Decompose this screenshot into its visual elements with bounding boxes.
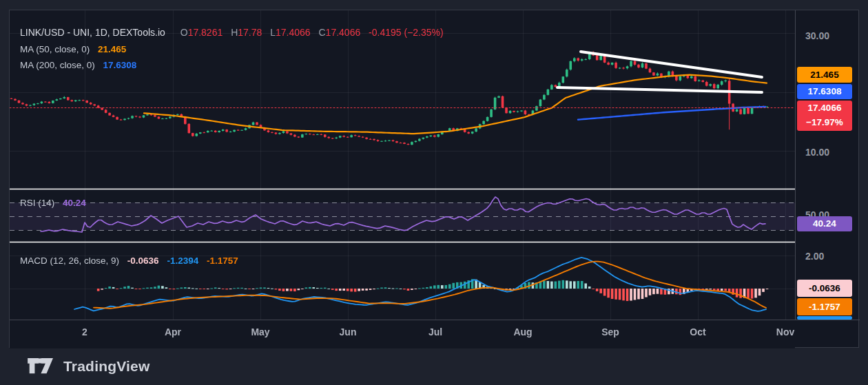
change-value: -0.4195 (−2.35%)	[369, 27, 444, 38]
chart-container: LINK/USD - UNI, 1D, DEXTools.io O17.8261…	[9, 10, 859, 348]
time-axis-label: Jun	[340, 326, 357, 337]
price-scale[interactable]: 30.00 10.00 50.00 2.00 21.465 17.6308 17…	[795, 10, 860, 320]
macd-line-value: -1.2394	[167, 256, 198, 266]
time-axis-label: Oct	[690, 326, 705, 337]
brand-name[interactable]: TradingView	[63, 358, 150, 375]
macd-legend[interactable]: MACD (12, 26, close, 9) -0.0636 -1.2394 …	[20, 256, 238, 266]
macd-signal-badge: -1.1757	[797, 298, 852, 315]
last-price-value: 17.4066	[797, 101, 852, 115]
rsi-legend[interactable]: RSI (14) 40.24	[20, 198, 86, 208]
open-label: O	[180, 27, 188, 38]
symbol-legend[interactable]: LINK/USD - UNI, 1D, DEXTools.io O17.8261…	[20, 27, 444, 38]
rsi-badge: 40.24	[797, 216, 852, 231]
time-scale[interactable]: 2AprMayJunJulAugSepOctNov	[10, 320, 860, 348]
macd-label: MACD (12, 26, close, 9)	[20, 256, 119, 266]
time-axis-label: 2	[82, 326, 87, 337]
macd-hist-badge: -0.0636	[797, 280, 852, 297]
low-value: 17.4066	[276, 27, 311, 38]
time-axis-label: May	[251, 326, 269, 337]
tradingview-logo-icon[interactable]	[28, 358, 54, 375]
ma200-value: 17.6308	[103, 60, 137, 70]
rsi-label: RSI (14)	[20, 198, 54, 208]
time-axis-label: Aug	[513, 326, 532, 337]
symbol-title: LINK/USD - UNI, 1D, DEXTools.io	[20, 27, 165, 38]
price-tick-30: 30.00	[805, 30, 829, 41]
tradingview-chart-screen: LINK/USD - UNI, 1D, DEXTools.io O17.8261…	[0, 0, 868, 385]
rsi-value: 40.24	[63, 198, 86, 208]
time-axis-label: Nov	[776, 326, 794, 337]
time-axis-label: Sep	[601, 326, 619, 337]
price-tick-10: 10.00	[805, 147, 829, 158]
last-price-badge: 17.4066 −17.97%	[797, 101, 852, 131]
last-price-change: −17.97%	[797, 115, 852, 129]
low-label: L	[270, 27, 276, 38]
macd-hist-value: -0.0636	[127, 256, 159, 266]
ma200-legend[interactable]: MA (200, close, 0) 17.6308	[20, 60, 136, 70]
high-value: 17.78	[238, 27, 262, 38]
high-label: H	[231, 27, 238, 38]
ma200-label: MA (200, close, 0)	[20, 60, 95, 70]
ma50-value: 21.465	[98, 44, 126, 54]
ma50-legend[interactable]: MA (50, close, 0) 21.465	[20, 44, 126, 54]
open-value: 17.8261	[188, 27, 223, 38]
ma200-price-badge: 17.6308	[797, 84, 852, 99]
macd-signal-value: -1.1757	[207, 256, 238, 266]
time-axis-label: Apr	[165, 326, 181, 337]
time-axis-label: Jul	[428, 326, 442, 337]
macd-tick-2: 2.00	[805, 251, 824, 262]
footer-bar: TradingView	[0, 348, 868, 385]
ma50-price-badge: 21.465	[797, 67, 852, 83]
close-label: C	[318, 27, 325, 38]
ma50-label: MA (50, close, 0)	[20, 44, 90, 54]
close-value: 17.4066	[326, 27, 361, 38]
